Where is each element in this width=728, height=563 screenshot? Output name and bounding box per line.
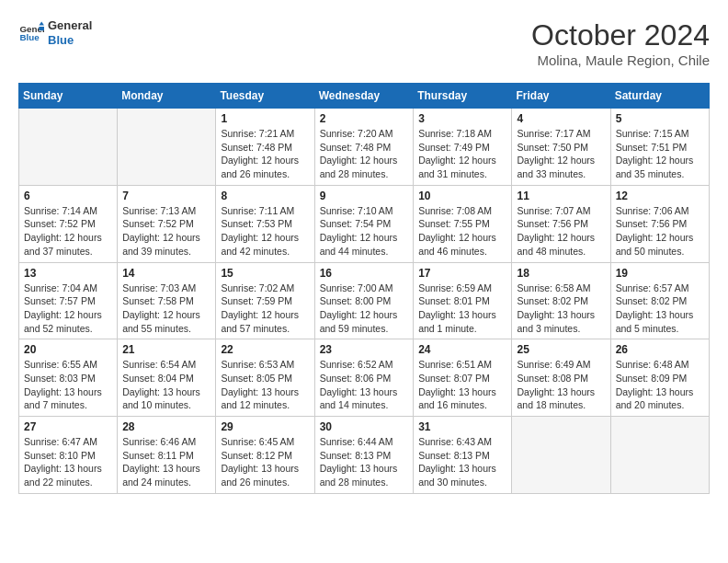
weekday-header-wednesday: Wednesday	[314, 84, 414, 109]
calendar-cell: 9Sunrise: 7:10 AM Sunset: 7:54 PM Daylig…	[314, 185, 414, 262]
day-number: 23	[320, 343, 409, 356]
month-year-title: October 2024	[531, 18, 710, 52]
calendar-cell: 19Sunrise: 6:57 AM Sunset: 8:02 PM Dayli…	[610, 262, 709, 339]
day-number: 2	[320, 112, 409, 125]
day-info: Sunrise: 6:45 AM Sunset: 8:12 PM Dayligh…	[221, 435, 309, 489]
calendar-cell: 8Sunrise: 7:11 AM Sunset: 7:53 PM Daylig…	[216, 185, 314, 262]
day-info: Sunrise: 7:06 AM Sunset: 7:56 PM Dayligh…	[616, 204, 704, 259]
calendar-cell	[512, 417, 610, 494]
calendar-cell: 23Sunrise: 6:52 AM Sunset: 8:06 PM Dayli…	[314, 339, 414, 417]
day-number: 25	[517, 343, 605, 356]
calendar-cell: 12Sunrise: 7:06 AM Sunset: 7:56 PM Dayli…	[610, 185, 709, 262]
calendar-week-row: 1Sunrise: 7:21 AM Sunset: 7:48 PM Daylig…	[19, 109, 710, 186]
page-header: General Blue General Blue October 2024 M…	[18, 18, 710, 68]
calendar-week-row: 6Sunrise: 7:14 AM Sunset: 7:52 PM Daylig…	[19, 185, 710, 262]
svg-marker-3	[39, 27, 44, 30]
day-number: 13	[24, 267, 112, 280]
day-number: 22	[221, 343, 309, 356]
day-number: 8	[221, 190, 309, 202]
calendar-cell: 28Sunrise: 6:46 AM Sunset: 8:11 PM Dayli…	[118, 417, 216, 494]
day-number: 20	[24, 343, 112, 356]
logo-icon: General Blue	[18, 20, 44, 46]
day-number: 11	[517, 190, 605, 202]
calendar-cell: 10Sunrise: 7:08 AM Sunset: 7:55 PM Dayli…	[414, 185, 512, 262]
day-info: Sunrise: 7:17 AM Sunset: 7:50 PM Dayligh…	[517, 127, 605, 181]
day-info: Sunrise: 7:20 AM Sunset: 7:48 PM Dayligh…	[320, 127, 409, 181]
day-number: 5	[616, 112, 704, 125]
calendar-cell: 17Sunrise: 6:59 AM Sunset: 8:01 PM Dayli…	[414, 262, 512, 339]
calendar-cell: 22Sunrise: 6:53 AM Sunset: 8:05 PM Dayli…	[216, 339, 314, 417]
calendar-cell: 21Sunrise: 6:54 AM Sunset: 8:04 PM Dayli…	[118, 339, 216, 417]
day-info: Sunrise: 6:43 AM Sunset: 8:13 PM Dayligh…	[418, 435, 506, 489]
day-number: 26	[616, 343, 704, 356]
day-info: Sunrise: 6:51 AM Sunset: 8:07 PM Dayligh…	[418, 358, 506, 412]
weekday-header-monday: Monday	[118, 84, 216, 109]
calendar-cell: 1Sunrise: 7:21 AM Sunset: 7:48 PM Daylig…	[216, 109, 314, 186]
day-info: Sunrise: 7:02 AM Sunset: 7:59 PM Dayligh…	[221, 282, 309, 336]
day-info: Sunrise: 7:18 AM Sunset: 7:49 PM Dayligh…	[418, 127, 506, 181]
calendar-cell: 4Sunrise: 7:17 AM Sunset: 7:50 PM Daylig…	[512, 109, 610, 186]
day-number: 18	[517, 267, 605, 280]
day-number: 6	[24, 190, 112, 202]
day-info: Sunrise: 6:59 AM Sunset: 8:01 PM Dayligh…	[418, 282, 506, 336]
day-number: 28	[122, 420, 210, 433]
day-number: 14	[122, 267, 210, 280]
day-number: 16	[320, 267, 409, 280]
calendar-cell: 15Sunrise: 7:02 AM Sunset: 7:59 PM Dayli…	[216, 262, 314, 339]
day-info: Sunrise: 7:15 AM Sunset: 7:51 PM Dayligh…	[616, 127, 704, 181]
day-number: 4	[517, 112, 605, 125]
day-number: 1	[221, 112, 309, 125]
day-info: Sunrise: 7:04 AM Sunset: 7:57 PM Dayligh…	[24, 282, 112, 336]
calendar-cell: 2Sunrise: 7:20 AM Sunset: 7:48 PM Daylig…	[314, 109, 414, 186]
day-number: 15	[221, 267, 309, 280]
calendar-cell: 26Sunrise: 6:48 AM Sunset: 8:09 PM Dayli…	[610, 339, 709, 417]
day-info: Sunrise: 6:57 AM Sunset: 8:02 PM Dayligh…	[616, 282, 704, 336]
day-info: Sunrise: 7:14 AM Sunset: 7:52 PM Dayligh…	[24, 204, 112, 259]
day-info: Sunrise: 6:52 AM Sunset: 8:06 PM Dayligh…	[320, 358, 409, 412]
day-info: Sunrise: 6:48 AM Sunset: 8:09 PM Dayligh…	[616, 358, 704, 412]
day-info: Sunrise: 6:46 AM Sunset: 8:11 PM Dayligh…	[122, 435, 210, 489]
calendar-cell	[19, 109, 118, 186]
calendar-week-row: 20Sunrise: 6:55 AM Sunset: 8:03 PM Dayli…	[19, 339, 710, 417]
calendar-cell: 14Sunrise: 7:03 AM Sunset: 7:58 PM Dayli…	[118, 262, 216, 339]
day-number: 31	[418, 420, 506, 433]
calendar-week-row: 13Sunrise: 7:04 AM Sunset: 7:57 PM Dayli…	[19, 262, 710, 339]
logo-text-blue: Blue	[48, 33, 92, 48]
day-number: 19	[616, 267, 704, 280]
calendar-cell: 29Sunrise: 6:45 AM Sunset: 8:12 PM Dayli…	[216, 417, 314, 494]
day-info: Sunrise: 6:44 AM Sunset: 8:13 PM Dayligh…	[320, 435, 409, 489]
calendar-cell: 18Sunrise: 6:58 AM Sunset: 8:02 PM Dayli…	[512, 262, 610, 339]
day-info: Sunrise: 7:10 AM Sunset: 7:54 PM Dayligh…	[320, 204, 409, 259]
day-number: 24	[418, 343, 506, 356]
calendar-cell: 27Sunrise: 6:47 AM Sunset: 8:10 PM Dayli…	[19, 417, 118, 494]
day-info: Sunrise: 7:00 AM Sunset: 8:00 PM Dayligh…	[320, 282, 409, 336]
calendar-cell: 31Sunrise: 6:43 AM Sunset: 8:13 PM Dayli…	[414, 417, 512, 494]
day-info: Sunrise: 7:07 AM Sunset: 7:56 PM Dayligh…	[517, 204, 605, 259]
weekday-header-saturday: Saturday	[610, 84, 709, 109]
logo-text-general: General	[48, 18, 92, 33]
day-info: Sunrise: 7:11 AM Sunset: 7:53 PM Dayligh…	[221, 204, 309, 259]
calendar-cell: 16Sunrise: 7:00 AM Sunset: 8:00 PM Dayli…	[314, 262, 414, 339]
day-info: Sunrise: 6:55 AM Sunset: 8:03 PM Dayligh…	[24, 358, 112, 412]
day-info: Sunrise: 6:49 AM Sunset: 8:08 PM Dayligh…	[517, 358, 605, 412]
day-info: Sunrise: 6:53 AM Sunset: 8:05 PM Dayligh…	[221, 358, 309, 412]
calendar-cell: 25Sunrise: 6:49 AM Sunset: 8:08 PM Dayli…	[512, 339, 610, 417]
calendar-cell: 30Sunrise: 6:44 AM Sunset: 8:13 PM Dayli…	[314, 417, 414, 494]
weekday-header-thursday: Thursday	[414, 84, 512, 109]
day-info: Sunrise: 7:13 AM Sunset: 7:52 PM Dayligh…	[122, 204, 210, 259]
calendar-week-row: 27Sunrise: 6:47 AM Sunset: 8:10 PM Dayli…	[19, 417, 710, 494]
day-number: 21	[122, 343, 210, 356]
day-number: 17	[418, 267, 506, 280]
calendar-cell: 24Sunrise: 6:51 AM Sunset: 8:07 PM Dayli…	[414, 339, 512, 417]
day-number: 7	[122, 190, 210, 202]
calendar-cell: 3Sunrise: 7:18 AM Sunset: 7:49 PM Daylig…	[414, 109, 512, 186]
day-info: Sunrise: 6:58 AM Sunset: 8:02 PM Dayligh…	[517, 282, 605, 336]
day-number: 12	[616, 190, 704, 202]
day-info: Sunrise: 6:54 AM Sunset: 8:04 PM Dayligh…	[122, 358, 210, 412]
title-block: October 2024 Molina, Maule Region, Chile	[531, 18, 710, 68]
calendar-cell: 7Sunrise: 7:13 AM Sunset: 7:52 PM Daylig…	[118, 185, 216, 262]
calendar-cell: 6Sunrise: 7:14 AM Sunset: 7:52 PM Daylig…	[19, 185, 118, 262]
day-number: 29	[221, 420, 309, 433]
day-number: 9	[320, 190, 409, 202]
location-subtitle: Molina, Maule Region, Chile	[531, 52, 710, 68]
